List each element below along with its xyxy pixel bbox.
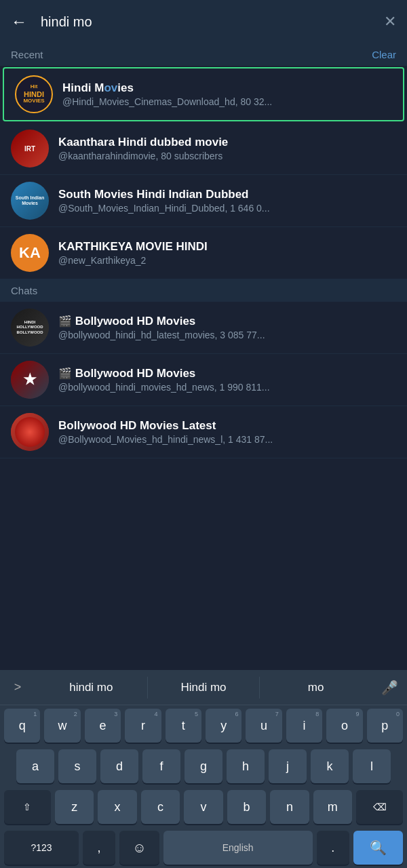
suggestion-word-1[interactable]: hindi mo (35, 677, 148, 698)
key-m[interactable]: m (313, 790, 352, 824)
item-sub-bollywood-latest: @Bollywood_Movies_hd_hindi_news_l, 1 431… (58, 434, 396, 445)
chat-item-bollywood-latest[interactable]: Bollywood HD Movies Latest @Bollywood_Mo… (0, 406, 407, 458)
result-item-karthikeya[interactable]: KA KARTHIKEYA MOVIE HINDI @new_Karthikey… (0, 227, 407, 279)
key-p[interactable]: p0 (367, 709, 403, 743)
avatar-hindi-movies: HitHINDIMOVIES (15, 75, 53, 113)
item-info-kaanthara: Kaanthara Hindi dubbed movie @kaantharah… (58, 136, 396, 161)
key-h[interactable]: h (227, 749, 265, 783)
clear-recent-button[interactable]: Clear (372, 49, 396, 60)
key-a[interactable]: a (16, 749, 54, 783)
key-n[interactable]: n (270, 790, 309, 824)
result-item-hindi-movies[interactable]: HitHINDIMOVIES Hindi Movies @Hindi_Movie… (3, 67, 404, 121)
key-emoji[interactable]: ☺ (119, 831, 159, 865)
keyboard-row-4: ?123 , ☺ English . 🔍 (0, 827, 407, 868)
back-button[interactable]: ← (11, 12, 33, 31)
key-q[interactable]: q1 (4, 709, 40, 743)
suggestion-word-3[interactable]: mo (260, 677, 372, 698)
key-v[interactable]: v (184, 790, 222, 824)
key-search[interactable]: 🔍 (353, 831, 403, 865)
item-info-bollywood-latest: Bollywood HD Movies Latest @Bollywood_Mo… (58, 419, 396, 445)
key-y[interactable]: y6 (206, 709, 241, 743)
item-name-bollywood-latest: Bollywood HD Movies Latest (58, 419, 396, 433)
suggestions-words: hindi mo Hindi mo mo (35, 677, 372, 698)
key-f[interactable]: f (142, 749, 180, 783)
item-info-karthikeya: KARTHIKEYA MOVIE HINDI @new_Karthikeya_2 (58, 240, 396, 266)
avatar-kaanthara: IRT (11, 130, 49, 167)
item-sub-karthikeya: @new_Karthikeya_2 (58, 255, 396, 266)
search-header: ← ✕ (0, 0, 407, 43)
key-e[interactable]: e3 (85, 709, 121, 743)
key-backspace[interactable]: ⌫ (356, 790, 403, 824)
recent-label: Recent (11, 49, 43, 60)
avatar-bollywood2: ★ (11, 361, 49, 399)
key-x[interactable]: x (98, 790, 136, 824)
keyboard-row-2: a s d f g h j k l (0, 746, 407, 787)
key-s[interactable]: s (58, 749, 96, 783)
item-name-bollywood2: 🎬 Bollywood HD Movies (58, 367, 396, 380)
avatar-bollywood1: HINDIHOLLYWOODBOLLYWOOD (11, 309, 49, 347)
key-t[interactable]: t5 (166, 709, 201, 743)
key-r[interactable]: r4 (125, 709, 161, 743)
clear-button[interactable]: ✕ (384, 13, 396, 31)
avatar-south-movies: South IndianMovies (11, 182, 49, 220)
recent-section-label: Recent Clear (0, 43, 407, 66)
item-sub-south-movies: @South_Movies_Indian_Hindi_Dubbed, 1 646… (58, 203, 396, 214)
key-b[interactable]: b (227, 790, 266, 824)
item-name-kaanthara: Kaanthara Hindi dubbed movie (58, 136, 396, 149)
chats-section-label: Chats (0, 279, 407, 302)
item-sub-bollywood2: @bollywood_hindi_movies_hd_news, 1 990 8… (58, 382, 396, 393)
key-w[interactable]: w2 (44, 709, 80, 743)
suggestions-row: > hindi mo Hindi mo mo 🎤 (0, 670, 407, 705)
key-space[interactable]: English (163, 831, 313, 865)
key-g[interactable]: g (185, 749, 222, 783)
key-k[interactable]: k (311, 749, 349, 783)
suggestion-word-2[interactable]: Hindi mo (148, 677, 260, 698)
key-z[interactable]: z (55, 790, 94, 824)
key-c[interactable]: c (141, 790, 180, 824)
result-item-south-movies[interactable]: South IndianMovies South Movies Hindi In… (0, 175, 407, 227)
key-comma[interactable]: , (83, 831, 115, 865)
key-o[interactable]: o9 (326, 709, 362, 743)
item-name-karthikeya: KARTHIKEYA MOVIE HINDI (58, 240, 396, 254)
suggestions-expand-button[interactable]: > (0, 680, 35, 694)
key-period[interactable]: . (317, 831, 349, 865)
key-l[interactable]: l (353, 749, 391, 783)
keyboard-row-1: q1 w2 e3 r4 t5 y6 u7 i8 o9 p0 (0, 705, 407, 746)
key-d[interactable]: d (100, 749, 138, 783)
item-info-hindi-movies: Hindi Movies @Hindi_Movies_Cinemas_Downl… (62, 81, 392, 107)
result-item-kaanthara[interactable]: IRT Kaanthara Hindi dubbed movie @kaanth… (0, 123, 407, 175)
item-name-hindi-movies: Hindi Movies (62, 81, 392, 95)
mic-button[interactable]: 🎤 (372, 679, 407, 696)
item-name-bollywood1: 🎬 Bollywood HD Movies (58, 315, 396, 328)
avatar-bollywood-latest (11, 413, 49, 451)
spacer (0, 458, 407, 479)
key-u[interactable]: u7 (246, 709, 282, 743)
keyboard: > hindi mo Hindi mo mo 🎤 q1 w2 e3 r4 t5 … (0, 670, 407, 868)
item-info-bollywood1: 🎬 Bollywood HD Movies @bollywood_hindi_h… (58, 315, 396, 340)
chat-item-bollywood2[interactable]: ★ 🎬 Bollywood HD Movies @bollywood_hindi… (0, 354, 407, 406)
item-sub-bollywood1: @bollywood_hindi_hd_latest_movies, 3 085… (58, 330, 396, 340)
item-sub-hindi-movies: @Hindi_Movies_Cinemas_Download_hd, 80 32… (62, 96, 392, 107)
key-i[interactable]: i8 (286, 709, 322, 743)
item-name-south-movies: South Movies Hindi Indian Dubbed (58, 188, 396, 201)
item-info-south-movies: South Movies Hindi Indian Dubbed @South_… (58, 188, 396, 214)
key-shift[interactable]: ⇧ (4, 790, 51, 824)
search-input[interactable] (41, 14, 376, 30)
chat-item-bollywood1[interactable]: HINDIHOLLYWOODBOLLYWOOD 🎬 Bollywood HD M… (0, 302, 407, 354)
key-symbols[interactable]: ?123 (4, 831, 79, 865)
item-sub-kaanthara: @kaantharahindimovie, 80 subscribers (58, 151, 396, 161)
item-info-bollywood2: 🎬 Bollywood HD Movies @bollywood_hindi_m… (58, 367, 396, 393)
key-j[interactable]: j (269, 749, 307, 783)
avatar-karthikeya: KA (11, 234, 49, 272)
keyboard-row-3: ⇧ z x c v b n m ⌫ (0, 787, 407, 827)
